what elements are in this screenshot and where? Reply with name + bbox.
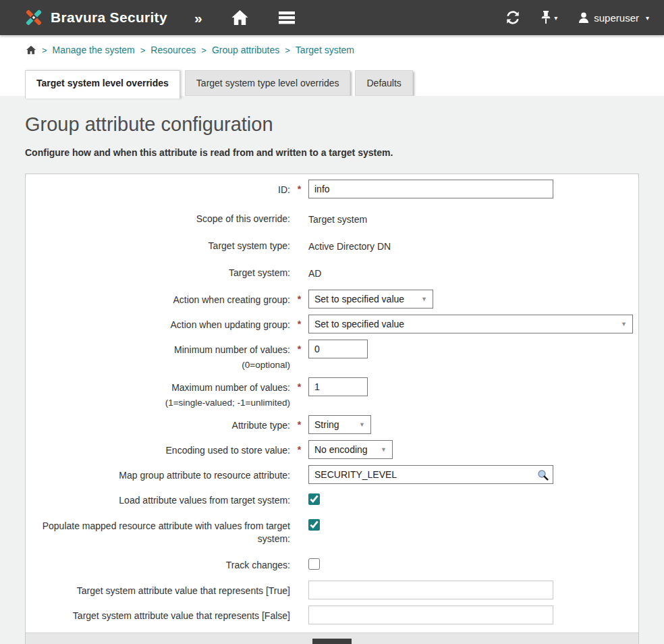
field-label: Target system attribute value that repre… bbox=[26, 606, 290, 622]
form-row-scope: Scope of this override: Target system bbox=[26, 209, 638, 226]
field-label: Encoding used to store value: bbox=[26, 440, 290, 457]
attribute-type-select[interactable]: String ▼ bbox=[308, 415, 371, 434]
map-attribute-input[interactable] bbox=[308, 465, 553, 484]
field-sublabel: (0=optional) bbox=[26, 358, 290, 371]
chevron-down-icon: ▼ bbox=[421, 296, 427, 302]
search-icon[interactable] bbox=[537, 469, 549, 483]
form-row-track-changes: Track changes: bbox=[26, 555, 638, 572]
chevron-down-icon: ▼ bbox=[381, 446, 387, 453]
form-row-populate-mapped: Populate mapped resource attribute with … bbox=[26, 516, 638, 545]
target-system-type-value: Active Directory DN bbox=[308, 236, 638, 253]
brand-name: Bravura Security bbox=[51, 9, 167, 26]
form-row-encoding: Encoding used to store value: * No encod… bbox=[26, 440, 638, 459]
form-row-action-updating: Action when updating group: * Set to spe… bbox=[26, 315, 638, 333]
breadcrumb-link-resources[interactable]: Resources bbox=[150, 45, 196, 55]
form-row-id: ID: * bbox=[26, 180, 638, 198]
field-label: Target system attribute value that repre… bbox=[26, 581, 290, 597]
page-subtitle: Configure how and when this attribute is… bbox=[25, 147, 664, 158]
breadcrumb-separator: > bbox=[201, 45, 206, 55]
page-title: Group attribute configuration bbox=[25, 113, 664, 136]
id-input[interactable] bbox=[308, 180, 553, 198]
breadcrumb-separator: > bbox=[42, 45, 47, 55]
required-asterisk: * bbox=[290, 340, 308, 354]
add-button[interactable]: Add bbox=[312, 639, 352, 644]
field-label: ID: bbox=[26, 180, 290, 196]
tab-defaults[interactable]: Defaults bbox=[355, 70, 412, 96]
encoding-select[interactable]: No encoding ▼ bbox=[308, 440, 393, 459]
chevron-down-icon: ▾ bbox=[646, 14, 649, 22]
tab-bar: Target system level overrides Target sys… bbox=[0, 64, 664, 96]
action-creating-group-select[interactable]: Set to specified value ▼ bbox=[308, 290, 433, 308]
form-row-action-creating: Action when creating group: * Set to spe… bbox=[26, 290, 638, 308]
breadcrumb-link-group-attributes[interactable]: Group attributes bbox=[212, 45, 279, 55]
load-values-checkbox[interactable] bbox=[308, 493, 320, 505]
true-value-input[interactable] bbox=[308, 581, 553, 599]
breadcrumb-separator: > bbox=[285, 45, 290, 55]
field-label: Minimum number of values: bbox=[174, 344, 290, 355]
action-updating-group-select[interactable]: Set to specified value ▼ bbox=[308, 315, 633, 333]
chevron-down-icon: ▼ bbox=[621, 321, 627, 327]
required-asterisk: * bbox=[290, 415, 308, 430]
required-asterisk: * bbox=[290, 315, 308, 329]
refresh-icon[interactable] bbox=[505, 10, 520, 25]
field-label: Load attribute values from target system… bbox=[26, 490, 290, 507]
tab-target-system-type-level-overrides[interactable]: Target system type level overrides bbox=[185, 70, 351, 96]
target-system-value: AD bbox=[308, 263, 638, 280]
tab-target-system-level-overrides[interactable]: Target system level overrides bbox=[25, 70, 180, 99]
brand-logo[interactable]: Bravura Security bbox=[23, 7, 167, 28]
max-values-input[interactable] bbox=[308, 377, 368, 396]
field-label: Action when updating group: bbox=[26, 315, 290, 331]
breadcrumb-home-icon[interactable] bbox=[26, 45, 36, 55]
chevron-down-icon: ▾ bbox=[554, 14, 557, 22]
form-row-load-values: Load attribute values from target system… bbox=[26, 490, 638, 508]
field-label: Map group attribute to resource attribut… bbox=[26, 465, 290, 482]
false-value-input[interactable] bbox=[308, 606, 553, 624]
attribute-config-panel: ID: * Scope of this override: Target sys… bbox=[25, 173, 639, 644]
breadcrumb-link-target-system[interactable]: Target system bbox=[296, 45, 354, 55]
breadcrumb-separator: > bbox=[140, 45, 146, 55]
field-label: Track changes: bbox=[26, 555, 290, 572]
field-label: Action when creating group: bbox=[26, 290, 290, 306]
track-changes-checkbox[interactable] bbox=[308, 558, 320, 570]
pin-menu-icon[interactable]: ▾ bbox=[541, 10, 557, 25]
page-content: Group attribute configuration Configure … bbox=[0, 96, 664, 644]
user-icon bbox=[578, 11, 590, 24]
username: superuser bbox=[594, 12, 639, 24]
panel-footer: Add bbox=[26, 633, 638, 644]
populate-mapped-checkbox[interactable] bbox=[308, 519, 320, 531]
form-row-false-value: Target system attribute value that repre… bbox=[26, 606, 638, 624]
form-row-target-system: Target system: AD bbox=[26, 263, 638, 280]
chevron-down-icon: ▼ bbox=[359, 421, 365, 428]
required-asterisk: * bbox=[290, 180, 308, 194]
user-menu[interactable]: superuser ▾ bbox=[578, 11, 649, 24]
bravura-logo-icon bbox=[23, 7, 45, 28]
field-sublabel: (1=single-valued; -1=unlimited) bbox=[26, 396, 290, 409]
min-values-input[interactable] bbox=[308, 340, 368, 358]
field-label: Populate mapped resource attribute with … bbox=[26, 516, 290, 545]
breadcrumb-link-manage-the-system[interactable]: Manage the system bbox=[53, 45, 135, 55]
required-asterisk: * bbox=[290, 377, 308, 392]
form-row-min-values: Minimum number of values: (0=optional) * bbox=[26, 340, 638, 371]
scope-value: Target system bbox=[308, 209, 638, 226]
field-label: Target system: bbox=[26, 263, 290, 279]
form-row-max-values: Maximum number of values: (1=single-valu… bbox=[26, 377, 638, 409]
field-label: Attribute type: bbox=[26, 415, 290, 432]
form-row-attribute-type: Attribute type: * String ▼ bbox=[26, 415, 638, 434]
form-row-target-system-type: Target system type: Active Directory DN bbox=[26, 236, 638, 253]
collapse-menu-icon[interactable]: » bbox=[194, 11, 202, 25]
required-asterisk: * bbox=[290, 290, 308, 304]
breadcrumb: > Manage the system > Resources > Group … bbox=[0, 35, 664, 64]
field-label: Scope of this override: bbox=[26, 209, 290, 225]
home-icon[interactable] bbox=[231, 9, 249, 26]
top-navbar: Bravura Security » bbox=[0, 0, 664, 35]
field-label: Target system type: bbox=[26, 236, 290, 252]
menu-hamburger-icon[interactable] bbox=[277, 10, 296, 25]
form-row-true-value: Target system attribute value that repre… bbox=[26, 581, 638, 599]
field-label: Maximum number of values: bbox=[171, 382, 290, 393]
required-asterisk: * bbox=[290, 440, 308, 455]
form-row-map-attribute: Map group attribute to resource attribut… bbox=[26, 465, 638, 484]
